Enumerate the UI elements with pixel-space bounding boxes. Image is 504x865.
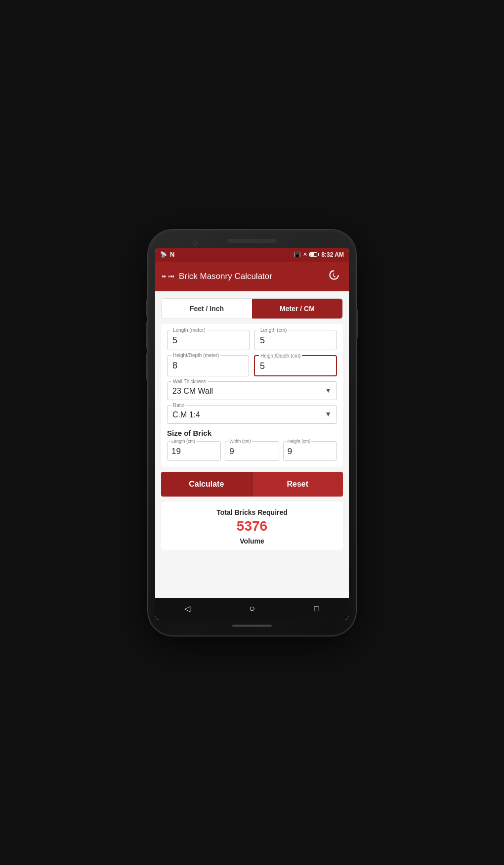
app-title: Brick Masonry Calculator [179, 272, 272, 281]
unit-toggle: Feet / Inch Meter / CM [161, 298, 343, 319]
brick-height-input[interactable] [288, 445, 333, 456]
app-bar: Brick Masonry Calculator [155, 262, 349, 291]
meter-cm-button[interactable]: Meter / CM [252, 299, 342, 319]
volume-up-button [146, 299, 148, 317]
screen: 📡 N 📳 ✕ 8:32 AM [155, 248, 349, 620]
history-button[interactable] [325, 267, 342, 286]
length-meter-input[interactable] [172, 333, 244, 346]
brick-height-field: Height (cm) [283, 441, 337, 461]
home-bar [232, 625, 272, 627]
phone-bottom [155, 625, 349, 627]
power-button [356, 309, 358, 339]
results-card: Total Bricks Required 5376 Volume [161, 501, 343, 550]
screencast-icon: 📡 [160, 251, 167, 258]
vibrate-icon: 📳 [294, 251, 301, 258]
length-cm-label: Length (cm) [259, 327, 288, 333]
brick-length-field: Length (cm) [167, 441, 221, 461]
status-bar: 📡 N 📳 ✕ 8:32 AM [155, 248, 349, 262]
wall-thickness-dropdown[interactable]: Wall Thickness 23 CM Wall ▼ [167, 381, 337, 400]
reset-button[interactable]: Reset [252, 472, 343, 497]
height-cm-input[interactable] [260, 359, 331, 371]
status-time: 8:32 AM [321, 251, 344, 258]
brick-length-label: Length (cm) [170, 439, 196, 444]
content-area: Feet / Inch Meter / CM Length (meter) Le… [155, 291, 349, 598]
status-bar-right: 📳 ✕ 8:32 AM [294, 251, 344, 258]
form-card: Length (meter) Length (cm) Height/Depth … [161, 324, 343, 467]
action-row: Calculate Reset [161, 472, 343, 497]
height-cm-field: Height/Depth (cm) [254, 355, 337, 376]
brick-size-title: Size of Brick [167, 429, 337, 437]
app-bar-left: Brick Masonry Calculator [162, 272, 272, 281]
wall-thickness-arrow-icon: ▼ [325, 386, 332, 394]
ratio-arrow-icon: ▼ [325, 410, 332, 418]
camera-shortcut-button [146, 353, 148, 380]
recent-button[interactable]: □ [307, 601, 327, 616]
bricks-required-label: Total Bricks Required [167, 508, 337, 516]
brick-icon [162, 275, 174, 277]
status-bar-left: 📡 N [160, 251, 174, 258]
brick-height-label: Height (cm) [287, 439, 312, 444]
ratio-label: Ratio [171, 403, 186, 408]
bricks-required-value: 5376 [167, 518, 337, 534]
height-meter-input[interactable] [172, 359, 244, 371]
phone-shell: 📡 N 📳 ✕ 8:32 AM [148, 230, 356, 636]
brick-width-label: Width (cm) [228, 439, 252, 444]
bottom-nav: ◁ ○ □ [155, 598, 349, 620]
height-row: Height/Depth (meter) Height/Depth (cm) [167, 355, 337, 376]
history-icon [327, 269, 340, 281]
length-cm-input[interactable] [260, 333, 332, 346]
feet-inch-button[interactable]: Feet / Inch [162, 299, 252, 319]
calculate-button[interactable]: Calculate [161, 472, 252, 497]
ratio-value: C.M 1:4 [172, 409, 200, 419]
camera-dot [193, 241, 198, 246]
wall-thickness-label: Wall Thickness [171, 379, 208, 384]
length-meter-field: Length (meter) [167, 330, 250, 350]
wall-thickness-value: 23 CM Wall [172, 385, 213, 396]
speaker-grill [227, 239, 277, 243]
home-button[interactable]: ○ [242, 601, 262, 616]
volume-down-button [146, 321, 148, 349]
height-cm-label: Height/Depth (cm) [259, 353, 302, 359]
length-cm-field: Length (cm) [254, 330, 337, 350]
length-meter-label: Length (meter) [171, 327, 207, 333]
ratio-dropdown[interactable]: Ratio C.M 1:4 ▼ [167, 405, 337, 424]
n-icon: N [170, 251, 174, 258]
battery-icon [309, 252, 319, 257]
height-meter-label: Height/Depth (meter) [171, 353, 220, 358]
back-button[interactable]: ◁ [177, 601, 197, 616]
phone-top [155, 239, 349, 243]
brick-width-input[interactable] [229, 445, 274, 456]
brick-length-input[interactable] [171, 445, 216, 456]
brick-fields-row: Length (cm) Width (cm) Height (cm) [167, 441, 337, 461]
brick-width-field: Width (cm) [225, 441, 279, 461]
no-signal-icon: ✕ [303, 251, 307, 258]
height-meter-field: Height/Depth (meter) [167, 355, 249, 376]
volume-label: Volume [167, 537, 337, 545]
length-row: Length (meter) Length (cm) [167, 330, 337, 350]
brick-size-section: Size of Brick Length (cm) Width (cm) Hei… [167, 429, 337, 461]
